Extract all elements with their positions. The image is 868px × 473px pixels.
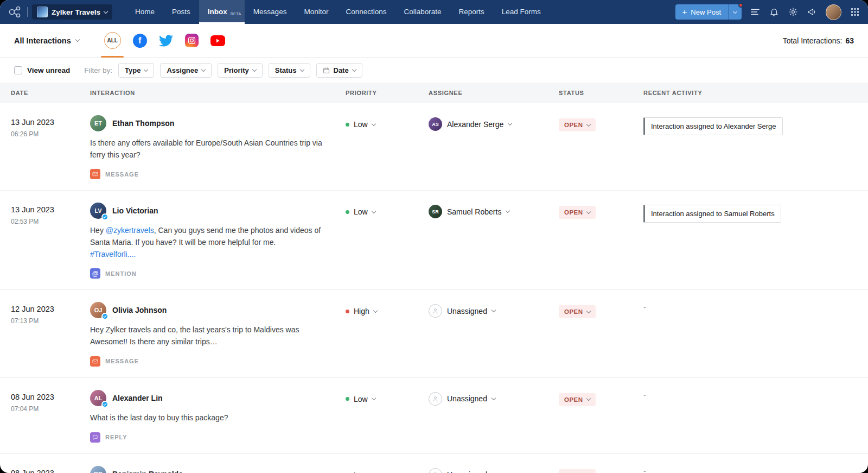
status-dropdown[interactable]: OPEN: [559, 305, 596, 318]
nav-inbox[interactable]: Inbox BETA: [199, 0, 245, 24]
status-dropdown[interactable]: OPEN: [559, 469, 596, 473]
new-post-button[interactable]: New Post: [675, 4, 742, 20]
chevron-down-icon: [252, 67, 257, 71]
channel-instagram[interactable]: [185, 24, 199, 57]
interaction-cell: ET Ethan Thompson Is there any offers av…: [90, 115, 346, 179]
bell-icon[interactable]: [769, 7, 780, 17]
assignee-filter-dropdown[interactable]: Assignee: [160, 63, 212, 78]
user-name[interactable]: Lio Victorian: [112, 206, 158, 215]
interaction-type: MENTION: [90, 268, 346, 279]
status-cell: OPEN: [559, 115, 643, 131]
col-recent-activity: RECENT ACTIVITY: [643, 90, 857, 96]
all-interactions-dropdown[interactable]: All Interactions: [14, 36, 79, 45]
chevron-down-icon: [586, 210, 590, 214]
chevron-down-icon: [586, 396, 590, 401]
all-chip: ALL: [104, 32, 121, 49]
priority-filter-dropdown[interactable]: Priority: [218, 63, 263, 78]
divider: [27, 7, 28, 17]
nav-posts[interactable]: Posts: [163, 0, 199, 24]
chevron-down-icon: [733, 9, 737, 13]
chevron-down-icon: [371, 396, 375, 400]
list-icon[interactable]: [750, 7, 761, 17]
table-row[interactable]: 08 Jun 2023 07:04 PM AL Alexander Lin Wh…: [0, 378, 868, 454]
view-unread-label: View unread: [27, 66, 70, 74]
table-row[interactable]: 08 Jun 2023 07:02 PM BR Benjamin Reynold…: [0, 454, 868, 473]
profile-avatar[interactable]: [826, 4, 841, 20]
priority-dropdown[interactable]: Low: [346, 471, 429, 473]
type-filter-label: Type: [125, 66, 141, 74]
priority-low-dot: [346, 210, 349, 214]
mention-link[interactable]: @zykertravels: [106, 226, 154, 235]
chevron-down-icon: [352, 67, 356, 71]
user-avatar: ET: [90, 115, 106, 131]
priority-dropdown[interactable]: Low: [346, 207, 429, 216]
filter-bar: View unread Filter by: Type Assignee Pri…: [0, 58, 868, 83]
nav-collaborate[interactable]: Collaborate: [395, 0, 450, 24]
hashtag-link[interactable]: #Travelforli....: [90, 250, 136, 258]
col-assignee: ASSIGNEE: [429, 90, 559, 96]
nav-connections[interactable]: Connections: [337, 0, 395, 24]
status-dropdown[interactable]: OPEN: [559, 118, 596, 131]
type-label: MENTION: [105, 270, 137, 277]
assignee-dropdown[interactable]: Unassigned: [429, 468, 559, 473]
recent-activity: -: [643, 390, 646, 399]
assignee-dropdown[interactable]: SR Samuel Roberts: [429, 205, 559, 218]
assignee-name: Samuel Roberts: [447, 207, 501, 216]
filter-by-label: Filter by:: [84, 66, 112, 74]
chevron-down-icon: [201, 67, 206, 71]
priority-label: Low: [354, 471, 368, 473]
user-avatar: OJ: [90, 302, 106, 318]
table-row[interactable]: 13 Jun 2023 06:26 PM ET Ethan Thompson I…: [0, 103, 868, 191]
nav-monitor[interactable]: Monitor: [295, 0, 337, 24]
channel-youtube[interactable]: [210, 24, 225, 57]
channel-twitter[interactable]: [159, 24, 173, 57]
notification-dot: [738, 3, 743, 8]
date-cell: 08 Jun 2023 07:04 PM: [11, 390, 90, 413]
chevron-down-icon: [508, 121, 512, 125]
priority-dropdown[interactable]: Low: [346, 120, 429, 129]
recent-activity: -: [643, 466, 646, 473]
channel-all[interactable]: ALL: [104, 24, 121, 57]
date-cell: 13 Jun 2023 06:26 PM: [11, 115, 90, 138]
status-dropdown[interactable]: OPEN: [559, 206, 596, 219]
assignee-dropdown[interactable]: Unassigned: [429, 304, 559, 318]
nav-home[interactable]: Home: [126, 0, 163, 24]
nav-lead-forms[interactable]: Lead Forms: [493, 0, 550, 24]
status-badge: OPEN: [564, 396, 583, 403]
priority-high-dot: [346, 310, 349, 313]
status-dropdown[interactable]: OPEN: [559, 393, 596, 406]
priority-dropdown[interactable]: Low: [346, 395, 429, 403]
apps-grid-icon[interactable]: [850, 7, 860, 17]
col-interaction: INTERACTION: [90, 90, 346, 96]
brand-selector[interactable]: Zylker Travels: [32, 4, 112, 20]
col-priority: PRIORITY: [346, 90, 429, 96]
interaction-type: MESSAGE: [90, 356, 346, 367]
gear-icon[interactable]: [788, 7, 799, 17]
table-row[interactable]: 13 Jun 2023 02:53 PM LV Lio Victorian He…: [0, 191, 868, 290]
user-name[interactable]: Olivia Johnson: [112, 306, 167, 314]
type-label: MESSAGE: [105, 171, 139, 178]
priority-dropdown[interactable]: High: [346, 307, 429, 316]
status-badge: OPEN: [564, 209, 583, 216]
status-filter-dropdown[interactable]: Status: [269, 63, 310, 78]
user-name[interactable]: Benjamin Reynolds: [112, 470, 183, 473]
assignee-dropdown[interactable]: AS Alexander Serge: [429, 117, 559, 131]
activity-cell: -: [643, 466, 857, 473]
nav-messages[interactable]: Messages: [245, 0, 296, 24]
status-cell: OPEN: [559, 203, 643, 219]
date-filter-dropdown[interactable]: Date: [316, 63, 362, 78]
user-name[interactable]: Ethan Thompson: [112, 119, 174, 128]
view-unread-checkbox[interactable]: [14, 66, 22, 74]
unassigned-person-icon: [429, 304, 442, 318]
plus-icon: [682, 8, 687, 16]
date-filter-label: Date: [334, 66, 349, 74]
youtube-icon: [210, 35, 225, 46]
user-name[interactable]: Alexander Lin: [112, 394, 163, 402]
total-interactions: Total Interactions: 63: [783, 36, 854, 45]
table-row[interactable]: 12 Jun 2023 07:13 PM OJ Olivia Johnson H…: [0, 290, 868, 377]
assignee-dropdown[interactable]: Unassigned: [429, 392, 559, 406]
type-filter-dropdown[interactable]: Type: [118, 63, 154, 78]
channel-facebook[interactable]: f: [133, 24, 147, 57]
megaphone-icon[interactable]: [807, 7, 818, 17]
nav-reports[interactable]: Reports: [450, 0, 493, 24]
